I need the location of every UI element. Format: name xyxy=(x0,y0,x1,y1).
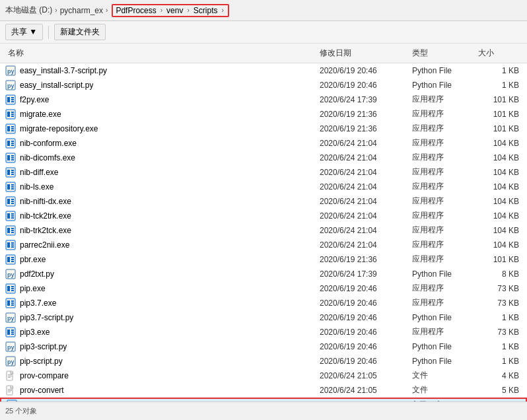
table-row[interactable]: py pip3-script.py 2020/6/19 20:46 Python… xyxy=(0,339,527,354)
breadcrumb-pdfprocess[interactable]: PdfProcess xyxy=(116,6,156,15)
py-icon: py xyxy=(5,341,16,352)
svg-rect-41 xyxy=(11,199,14,200)
table-row[interactable]: pip3.exe 2020/6/19 20:46 应用程序 73 KB xyxy=(0,325,527,339)
table-row[interactable]: nib-tck2trk.exe 2020/6/24 21:04 应用程序 104… xyxy=(0,209,527,223)
svg-rect-37 xyxy=(11,186,14,188)
file-type: Python File xyxy=(409,66,475,75)
svg-rect-30 xyxy=(7,170,10,175)
table-row[interactable]: nib-dicomfs.exe 2020/6/24 21:04 应用程序 104… xyxy=(0,151,527,165)
file-name-cell: nib-nifti-dx.exe xyxy=(5,196,317,207)
table-row[interactable]: nib-nifti-dx.exe 2020/6/24 21:04 应用程序 10… xyxy=(0,194,527,209)
col-header-modified[interactable]: 修改日期 xyxy=(317,46,409,60)
file-type: Python File xyxy=(409,269,475,279)
file-modified: 2020/6/19 20:46 xyxy=(317,81,409,90)
file-name: prov-convert xyxy=(20,386,64,395)
file-name-cell: pip3.7.exe xyxy=(5,298,317,308)
file-name: pip.exe xyxy=(20,284,46,293)
table-row[interactable]: nib-ls.exe 2020/6/24 21:04 应用程序 104 KB xyxy=(0,180,527,194)
file-size: 5 KB xyxy=(475,386,522,395)
file-name-cell: nib-diff.exe xyxy=(5,167,317,178)
file-modified: 2020/6/19 20:46 xyxy=(317,298,409,308)
table-row[interactable]: migrate.exe 2020/6/19 21:36 应用程序 101 KB xyxy=(0,107,527,122)
file-icon xyxy=(5,385,16,396)
file-name: f2py.exe xyxy=(20,95,49,104)
table-row[interactable]: pip.exe 2020/6/19 20:46 应用程序 73 KB xyxy=(0,281,527,296)
table-row[interactable]: py easy_install-script.py 2020/6/19 20:4… xyxy=(0,78,527,92)
svg-rect-93 xyxy=(8,390,12,391)
table-row[interactable]: migrate-repository.exe 2020/6/19 21:36 应… xyxy=(0,122,527,136)
svg-rect-73 xyxy=(11,300,14,302)
table-row[interactable]: py pdf2txt.py 2020/6/24 17:39 Python Fil… xyxy=(0,267,527,281)
svg-text:py: py xyxy=(7,271,15,278)
svg-text:py: py xyxy=(7,315,15,322)
file-type: 应用程序 xyxy=(409,254,475,265)
exe-icon xyxy=(5,109,16,120)
table-row[interactable]: py easy_install-3.7-script.py 2020/6/19 … xyxy=(0,63,527,78)
file-size: 1 KB xyxy=(475,66,522,75)
exe-icon xyxy=(5,327,16,337)
table-row[interactable]: prov-convert 2020/6/24 21:05 文件 5 KB xyxy=(0,383,527,398)
file-type-icon: py xyxy=(5,269,16,279)
table-row[interactable]: nib-trk2tck.exe 2020/6/24 21:04 应用程序 104… xyxy=(0,223,527,238)
breadcrumb-venv[interactable]: venv xyxy=(166,6,183,15)
share-button[interactable]: 共享 ▼ xyxy=(5,24,43,40)
file-name: migrate-repository.exe xyxy=(20,124,98,133)
exe-icon xyxy=(5,298,16,308)
col-header-type[interactable]: 类型 xyxy=(409,46,475,60)
svg-rect-8 xyxy=(11,101,14,102)
table-row[interactable]: py pip3.7-script.py 2020/6/19 20:46 Pyth… xyxy=(0,310,527,325)
file-modified: 2020/6/24 21:04 xyxy=(317,226,409,235)
file-type: 应用程序 xyxy=(409,123,475,134)
file-name-cell: nib-tck2trk.exe xyxy=(5,211,317,221)
svg-rect-70 xyxy=(11,290,14,291)
file-name: easy_install-3.7-script.py xyxy=(20,66,107,75)
file-name: nib-dicomfs.exe xyxy=(20,153,75,162)
svg-rect-13 xyxy=(11,116,14,117)
file-modified: 2020/6/24 21:04 xyxy=(317,139,409,148)
col-header-size[interactable]: 大小 xyxy=(475,46,522,60)
breadcrumb-drive[interactable]: 本地磁盘 (D:) xyxy=(5,5,52,16)
table-row[interactable]: pip3.7.exe 2020/6/19 20:46 应用程序 73 KB xyxy=(0,296,527,310)
table-row[interactable]: nib-diff.exe 2020/6/24 21:04 应用程序 104 KB xyxy=(0,165,527,180)
table-row[interactable]: nib-conform.exe 2020/6/24 21:04 应用程序 104… xyxy=(0,136,527,151)
svg-rect-27 xyxy=(11,157,14,158)
svg-rect-36 xyxy=(11,184,14,186)
file-name: nib-trk2tck.exe xyxy=(20,226,71,235)
svg-rect-67 xyxy=(7,286,10,291)
file-type: 应用程序 xyxy=(409,239,475,250)
file-size: 73 KB xyxy=(475,298,522,308)
file-name: nib-nifti-dx.exe xyxy=(20,197,71,206)
file-type-icon xyxy=(5,94,16,105)
new-folder-button[interactable]: 新建文件夹 xyxy=(54,24,106,40)
table-row[interactable]: prov-compare 2020/6/24 21:05 文件 4 KB xyxy=(0,368,527,383)
svg-rect-22 xyxy=(11,143,14,144)
table-row[interactable]: pbr.exe 2020/6/19 21:36 应用程序 101 KB xyxy=(0,252,527,267)
py-icon: py xyxy=(5,356,16,367)
svg-rect-32 xyxy=(11,172,14,173)
file-size: 1 KB xyxy=(475,342,522,351)
breadcrumb-static[interactable]: 本地磁盘 (D:) › pycharm_ex › xyxy=(5,5,109,16)
breadcrumb-arrow-3: › xyxy=(160,7,162,14)
exe-icon xyxy=(5,153,16,163)
file-rows: py easy_install-3.7-script.py 2020/6/19 … xyxy=(0,63,527,402)
file-type: 应用程序 xyxy=(408,400,474,402)
breadcrumb-pycharm[interactable]: pycharm_ex xyxy=(60,6,103,15)
file-type: 应用程序 xyxy=(409,195,475,207)
breadcrumb-scripts[interactable]: Scripts xyxy=(193,6,218,15)
table-row[interactable]: py pip-script.py 2020/6/19 20:46 Python … xyxy=(0,354,527,368)
file-modified: 2020/6/19 21:36 xyxy=(317,124,409,133)
svg-rect-18 xyxy=(11,130,14,131)
table-row[interactable]: python.exe 2020/6/19 20:46 应用程序 490 KB xyxy=(0,398,527,402)
table-row[interactable]: f2py.exe 2020/6/24 17:39 应用程序 101 KB xyxy=(0,92,527,107)
svg-rect-46 xyxy=(11,213,14,215)
svg-rect-35 xyxy=(7,184,10,190)
breadcrumb-highlighted-path[interactable]: PdfProcess › venv › Scripts › xyxy=(112,4,228,17)
svg-rect-94 xyxy=(8,392,11,392)
file-type-icon: py xyxy=(5,356,16,367)
file-name-cell: nib-ls.exe xyxy=(5,182,317,192)
table-row[interactable]: parrec2nii.exe 2020/6/24 21:04 应用程序 104 … xyxy=(0,238,527,252)
file-name-cell: parrec2nii.exe xyxy=(5,240,317,250)
svg-rect-48 xyxy=(11,217,14,219)
col-header-name[interactable]: 名称 xyxy=(5,46,317,60)
file-size: 4 KB xyxy=(475,371,522,380)
